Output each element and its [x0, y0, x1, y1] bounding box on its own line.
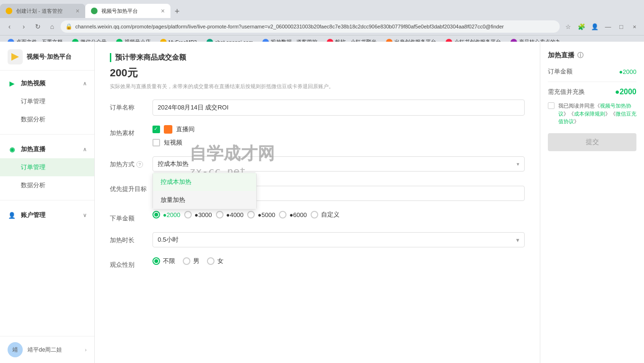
- agree-link-2[interactable]: 成本保障规则: [574, 111, 605, 117]
- amount-6000-radio[interactable]: [279, 211, 286, 218]
- new-tab-button[interactable]: +: [170, 5, 184, 18]
- material-live-checkbox[interactable]: [152, 126, 160, 133]
- live-icon: ◉: [8, 145, 16, 154]
- right-panel: 加热直播 ⓘ 订单金额 ●2000 需充值并充换 ●2000 我已阅读并同意《视…: [540, 42, 644, 363]
- amount-custom[interactable]: 自定义: [311, 210, 340, 219]
- tab-2-close[interactable]: ×: [161, 7, 165, 15]
- reload-button[interactable]: ↻: [32, 21, 44, 32]
- restore-icon[interactable]: □: [616, 21, 627, 32]
- boost-option-volume[interactable]: 放量加热: [153, 191, 256, 209]
- user-profile[interactable]: 靖 靖平de周二娃 ›: [0, 336, 94, 363]
- gender-all-radio[interactable]: [152, 257, 160, 265]
- gender-content: 不限 男 女: [152, 257, 525, 265]
- sidebar-item-order-mgmt-1[interactable]: 订单管理: [0, 92, 94, 110]
- order-name-label: 订单名称: [110, 100, 152, 112]
- lock-icon: 🔒: [65, 23, 72, 30]
- amount-4000[interactable]: ●4000: [216, 211, 244, 218]
- sidebar-label-order-1: 订单管理: [21, 97, 45, 106]
- content-area: 预计带来商品成交金额 200元 实际效果与直播质量有关，未带来的成交量将在直播结…: [95, 42, 644, 363]
- profile-icon[interactable]: 👤: [589, 21, 600, 32]
- play-icon: ▶: [8, 79, 16, 88]
- amount-4000-label: ●4000: [226, 211, 244, 218]
- amount-6000-label: ●6000: [289, 211, 307, 218]
- material-short-checkbox[interactable]: [152, 139, 160, 146]
- gender-male[interactable]: 男: [183, 257, 199, 265]
- tab-2[interactable]: 视频号加热平台 ×: [85, 4, 170, 18]
- home-button[interactable]: ⌂: [46, 21, 58, 32]
- sidebar-item-boost-video[interactable]: ▶ 加热视频 ∧: [0, 74, 94, 92]
- duration-arrow: ▾: [516, 236, 519, 244]
- right-panel-order-amount: 订单金额 ●2000: [548, 67, 636, 76]
- minimize-icon[interactable]: —: [602, 21, 614, 32]
- user-expand-icon: ›: [85, 347, 87, 353]
- amount-6000[interactable]: ●6000: [279, 211, 307, 218]
- logo-svg: [8, 49, 23, 64]
- right-panel-help-icon[interactable]: ⓘ: [577, 51, 583, 60]
- amount-3000-radio[interactable]: [184, 211, 192, 218]
- recharge-label: 需充值并充换: [548, 88, 585, 96]
- extension-icon[interactable]: 🧩: [576, 21, 587, 32]
- main-layout: 视频号·加热平台 ▶ 加热视频 ∧ 订单管理 数据分析 ◉ 加热直播 ∧: [0, 42, 644, 363]
- amount-custom-radio[interactable]: [311, 211, 318, 218]
- gender-male-label: 男: [193, 257, 199, 265]
- sidebar-bottom: 靖 靖平de周二娃 ›: [0, 336, 94, 363]
- material-live-item[interactable]: 直播间: [152, 125, 525, 134]
- logo-text: 视频号·加热平台: [27, 53, 72, 61]
- boost-method-help-icon[interactable]: ?: [136, 161, 143, 168]
- agree-checkbox[interactable]: [548, 102, 555, 109]
- amount-5000-label: ●5000: [258, 211, 275, 218]
- duration-select[interactable]: 0.5小时 ▾: [152, 232, 525, 247]
- gender-all[interactable]: 不限: [152, 257, 175, 265]
- amount-2000[interactable]: ●2000: [152, 211, 180, 218]
- boost-option-cost-control[interactable]: 控成本加热: [153, 173, 256, 191]
- amount-3000[interactable]: ●3000: [184, 211, 212, 218]
- tab-bar: 创建计划 - 道客管控 × 视频号加热平台 × +: [0, 0, 644, 18]
- duration-value: 0.5小时: [158, 236, 179, 244]
- amount-5000-radio[interactable]: [247, 211, 255, 218]
- boost-method-trigger[interactable]: 控成本加热 ▾: [152, 156, 525, 172]
- sidebar-item-account-mgmt[interactable]: 👤 账户管理 ∨: [0, 206, 94, 224]
- sidebar-item-order-mgmt-2[interactable]: 订单管理: [0, 158, 94, 176]
- boost-method-selected: 控成本加热: [158, 160, 188, 168]
- gender-female-radio[interactable]: [207, 257, 215, 265]
- material-short-item[interactable]: 短视频: [152, 138, 525, 147]
- dropdown-arrow: ▾: [517, 161, 519, 167]
- amount-2000-label: ●2000: [163, 211, 180, 218]
- sidebar-item-data-analysis-2[interactable]: 数据分析: [0, 176, 94, 194]
- back-button[interactable]: ‹: [4, 21, 15, 32]
- gender-label: 观众性别: [110, 257, 152, 269]
- duration-row: 加热时长 0.5小时 ▾: [110, 232, 525, 247]
- sidebar-logo: 视频号·加热平台: [0, 42, 94, 71]
- forward-button[interactable]: ›: [18, 21, 29, 32]
- sidebar: 视频号·加热平台 ▶ 加热视频 ∧ 订单管理 数据分析 ◉ 加热直播 ∧: [0, 42, 95, 363]
- tab-1-favicon: [6, 8, 12, 14]
- bookmark-icon[interactable]: ☆: [563, 21, 574, 32]
- tab-2-label: 视频号加热平台: [101, 8, 138, 15]
- amount-label: 下单金额: [110, 210, 152, 223]
- sidebar-item-data-analysis-1[interactable]: 数据分析: [0, 110, 94, 128]
- order-amount-label: 订单金额: [548, 67, 572, 76]
- amount-content: ●2000 ●3000 ●4000 ●5000: [152, 210, 525, 219]
- material-short-label: 短视频: [164, 138, 182, 147]
- sidebar-item-boost-live[interactable]: ◉ 加热直播 ∧: [0, 140, 94, 158]
- material-checkbox-group: 直播间 短视频: [152, 125, 525, 147]
- url-bar[interactable]: 🔒 channels.weixin.qq.com/promote/pages/p…: [61, 20, 560, 33]
- close-icon[interactable]: ×: [629, 21, 640, 32]
- gender-male-radio[interactable]: [183, 257, 190, 265]
- amount-2000-radio[interactable]: [152, 211, 160, 218]
- submit-button[interactable]: 提交: [548, 133, 636, 151]
- priority-label: 优先提升目标: [110, 181, 152, 193]
- right-panel-recharge: 需充值并充换 ●2000: [548, 88, 636, 96]
- tab-1-close[interactable]: ×: [76, 7, 80, 15]
- gender-female[interactable]: 女: [207, 257, 224, 265]
- order-name-content: [152, 100, 525, 116]
- amount-5000[interactable]: ●5000: [247, 211, 275, 218]
- recharge-value: ●2000: [615, 88, 636, 96]
- material-row: 加热素材 直播间 短视频: [110, 125, 525, 147]
- sidebar-label-boost-video: 加热视频: [21, 79, 45, 88]
- tab-1[interactable]: 创建计划 - 道客管控 ×: [0, 4, 85, 18]
- order-name-input[interactable]: [152, 100, 525, 116]
- tab-2-favicon: [91, 8, 98, 14]
- amount-row: 下单金额 ●2000 ●3000 ●4: [110, 210, 525, 223]
- amount-4000-radio[interactable]: [216, 211, 224, 218]
